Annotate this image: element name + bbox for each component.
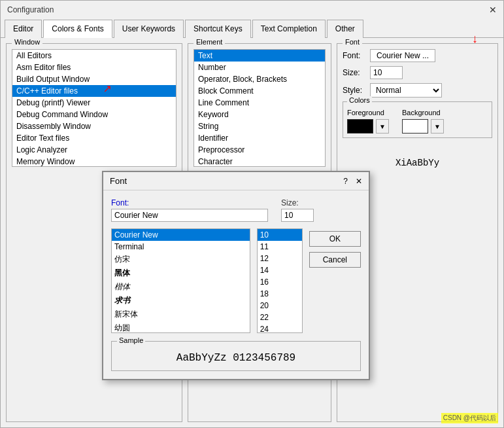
window-title: Configuration [7,5,54,14]
dialog-sample: Sample AaBbYyZz 0123456789 [111,341,361,371]
dialog-font-label: Font: [111,198,268,207]
foreground-swatch[interactable] [347,119,373,134]
title-bar: Configuration ✕ [1,1,503,19]
font-list-item[interactable]: Courier New [112,229,250,241]
configuration-window: Configuration ✕ Editor Colors & Fonts Us… [0,0,504,428]
size-list-item[interactable]: 10 [258,229,302,241]
background-swatch[interactable] [402,119,428,134]
font-list-item[interactable]: 新宋体 [112,308,250,321]
list-item[interactable]: Debug (printf) Viewer [12,97,176,109]
dialog-size-label: Size: [281,198,314,207]
background-dropdown-btn[interactable]: ▼ [431,119,444,134]
window-listbox[interactable]: All Editors Asm Editor files Build Outpu… [12,49,176,167]
font-size-label: Size: [343,68,366,77]
dialog-body: Font: Size: Courier New Terminal 仿宋 黑体 楷… [103,190,369,379]
size-list-item[interactable]: 11 [258,241,302,253]
font-list-item[interactable]: 幼圆 [112,321,250,333]
font-list-item[interactable]: 仿宋 [112,253,250,266]
font-list[interactable]: Courier New Terminal 仿宋 黑体 楷体 求书 新宋体 幼圆 [111,228,250,333]
foreground-dropdown-btn[interactable]: ▼ [376,119,389,134]
list-item[interactable]: Preprocessor [194,144,325,156]
dialog-titlebar: Font ? ✕ [103,172,369,190]
dialog-font-col: Font: [111,198,268,222]
background-color-group: Background ▼ [402,109,444,134]
dialog-size-col: Size: [281,198,314,222]
list-item[interactable]: Debug Command Window [12,109,176,120]
dialog-question-mark[interactable]: ? [343,177,348,186]
dialog-lists-row: Courier New Terminal 仿宋 黑体 楷体 求书 新宋体 幼圆 … [111,228,361,333]
font-list-item[interactable]: 楷体 [112,280,250,294]
size-list-item[interactable]: 22 [258,312,302,323]
list-item[interactable]: All Editors [12,50,176,62]
list-item-selected[interactable]: C/C++ Editor files [12,85,176,97]
preview-text: XiAaBbYy [343,158,492,168]
tab-text-completion[interactable]: Text Completion [252,20,326,38]
dialog-sample-text: AaBbYyZz 0123456789 [116,346,356,366]
size-list-item[interactable]: 14 [258,264,302,276]
tabs-bar: Editor Colors & Fonts User Keywords Shor… [1,19,503,38]
window-panel-title: Window [12,38,42,46]
font-style-select[interactable]: Normal Bold Italic Bold Italic [370,83,442,98]
list-item-selected[interactable]: Text [194,50,325,62]
list-item[interactable]: Block Comment [194,85,325,97]
dialog-title: Font [110,176,127,186]
font-list-container: Courier New Terminal 仿宋 黑体 楷体 求书 新宋体 幼圆 [111,228,250,333]
colors-row: Foreground ▼ Background ▼ [347,109,488,134]
dialog-ok-button[interactable]: OK [309,231,361,247]
size-list-item[interactable]: 12 [258,253,302,264]
dialog-buttons: OK Cancel [309,228,361,333]
font-name-row: Font: Courier New ... [343,49,492,62]
dialog-size-input[interactable] [281,209,314,222]
list-item[interactable]: Character [194,156,325,167]
dialog-cancel-button[interactable]: Cancel [309,252,361,268]
tab-other[interactable]: Other [327,20,363,38]
element-panel-title: Element [193,38,225,46]
element-listbox[interactable]: Text Number Operator, Block, Brackets Bl… [193,49,326,167]
font-name-label: Font: [343,51,366,60]
background-label: Background [402,109,444,116]
list-item[interactable]: Logic Analyzer [12,144,176,156]
font-list-item[interactable]: Terminal [112,241,250,253]
colors-section: Colors Foreground ▼ Background ▼ [343,101,492,138]
dialog-sample-title: Sample [117,336,145,344]
list-item[interactable]: Disassembly Window [12,120,176,132]
list-item[interactable]: Number [194,62,325,73]
foreground-label: Foreground [347,109,389,116]
tab-shortcut-keys[interactable]: Shortcut Keys [185,20,251,38]
list-item[interactable]: Identifier [194,132,325,144]
background-swatch-row: ▼ [402,119,444,134]
font-panel-title: Font [343,38,362,46]
font-list-item[interactable]: 黑体 [112,266,250,280]
list-item[interactable]: Editor Text files [12,132,176,144]
list-item[interactable]: Asm Editor files [12,62,176,73]
list-item[interactable]: Operator, Block, Brackets [194,73,325,85]
dialog-top-row: Font: Size: [111,198,361,222]
watermark: CSDN @代码以后 [441,413,498,423]
size-list-item[interactable]: 18 [258,288,302,300]
tab-colors-fonts[interactable]: Colors & Fonts [43,20,112,38]
arrow-indicator: ↙ [103,83,112,96]
foreground-swatch-row: ▼ [347,119,389,134]
size-list-item[interactable]: 20 [258,300,302,312]
font-style-label: Style: [343,86,366,95]
window-close-button[interactable]: ✕ [489,5,497,15]
dialog-font-input[interactable] [111,209,268,222]
list-item[interactable]: String [194,120,325,132]
dialog-close-btn[interactable]: ✕ [356,177,362,186]
list-item[interactable]: Memory Window [12,156,176,167]
font-style-row: Style: Normal Bold Italic Bold Italic [343,83,492,98]
foreground-color-group: Foreground ▼ [347,109,389,134]
font-list-item[interactable]: 求书 [112,294,250,308]
font-size-input[interactable] [370,66,403,79]
list-item[interactable]: Build Output Window [12,73,176,85]
size-list-item[interactable]: 16 [258,276,302,288]
tab-user-keywords[interactable]: User Keywords [114,20,184,38]
tab-editor[interactable]: Editor [5,20,42,38]
size-list-item[interactable]: 24 [258,323,302,333]
font-size-row: Size: [343,66,492,79]
font-name-button[interactable]: Courier New ... [370,49,435,62]
size-list[interactable]: 10 11 12 14 16 18 20 22 24 26 [257,228,303,333]
colors-title: Colors [347,96,372,104]
list-item[interactable]: Line Comment [194,97,325,109]
list-item[interactable]: Keyword [194,109,325,120]
